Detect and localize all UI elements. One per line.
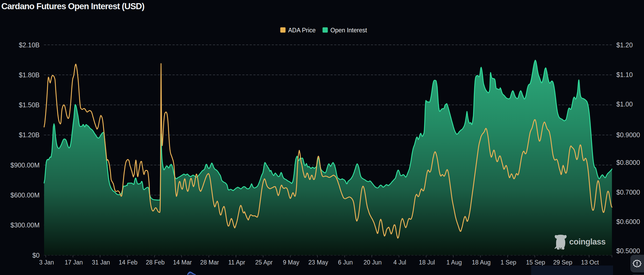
svg-text:14 Mar: 14 Mar <box>173 259 192 266</box>
svg-text:$0.9000: $0.9000 <box>616 131 640 139</box>
svg-text:28 Feb: 28 Feb <box>146 259 165 266</box>
svg-text:$2.10B: $2.10B <box>19 41 40 49</box>
svg-text:$0: $0 <box>32 252 40 259</box>
svg-text:3 Jan: 3 Jan <box>39 259 54 266</box>
svg-text:11 Apr: 11 Apr <box>228 259 245 266</box>
svg-text:Open Interest: Open Interest <box>330 27 367 34</box>
svg-text:$0.6000: $0.6000 <box>616 218 640 225</box>
svg-text:1 Sep: 1 Sep <box>500 259 516 266</box>
svg-text:25 Apr: 25 Apr <box>255 259 273 266</box>
svg-text:$1.10: $1.10 <box>616 71 633 78</box>
svg-text:$600.00M: $600.00M <box>10 191 40 199</box>
svg-text:$1.50B: $1.50B <box>19 101 40 109</box>
svg-text:28 Mar: 28 Mar <box>200 259 219 266</box>
svg-text:31 Jan: 31 Jan <box>92 259 110 266</box>
svg-text:14 Feb: 14 Feb <box>119 259 138 266</box>
svg-text:ADA Price: ADA Price <box>288 27 316 34</box>
svg-text:$300.00M: $300.00M <box>10 221 40 229</box>
svg-text:18 Aug: 18 Aug <box>472 259 491 266</box>
svg-text:Cardano Futures Open Interest: Cardano Futures Open Interest (USD) <box>1 1 144 11</box>
svg-text:6 Jun: 6 Jun <box>338 259 353 266</box>
svg-text:13 Oct: 13 Oct <box>581 259 599 266</box>
svg-text:$1.20B: $1.20B <box>19 131 40 139</box>
svg-text:coinglass: coinglass <box>569 237 606 246</box>
svg-text:20 Jun: 20 Jun <box>363 259 382 266</box>
svg-text:15 Sep: 15 Sep <box>526 259 545 266</box>
svg-text:4 Jul: 4 Jul <box>393 259 406 266</box>
svg-text:1 Aug: 1 Aug <box>446 259 462 266</box>
svg-text:29 Sep: 29 Sep <box>553 259 572 266</box>
svg-text:23 May: 23 May <box>308 259 328 266</box>
svg-text:$1.80B: $1.80B <box>19 71 40 79</box>
svg-text:18 Jul: 18 Jul <box>419 259 435 266</box>
svg-text:$900.00M: $900.00M <box>10 161 40 169</box>
svg-text:$1.20: $1.20 <box>616 41 633 49</box>
svg-text:$0.7000: $0.7000 <box>616 189 640 196</box>
svg-text:$0.8000: $0.8000 <box>616 159 640 166</box>
svg-text:17 Jan: 17 Jan <box>65 259 83 266</box>
svg-text:$0.5000: $0.5000 <box>616 247 640 254</box>
svg-text:$1.00: $1.00 <box>616 100 633 108</box>
svg-text:9 May: 9 May <box>283 259 299 266</box>
